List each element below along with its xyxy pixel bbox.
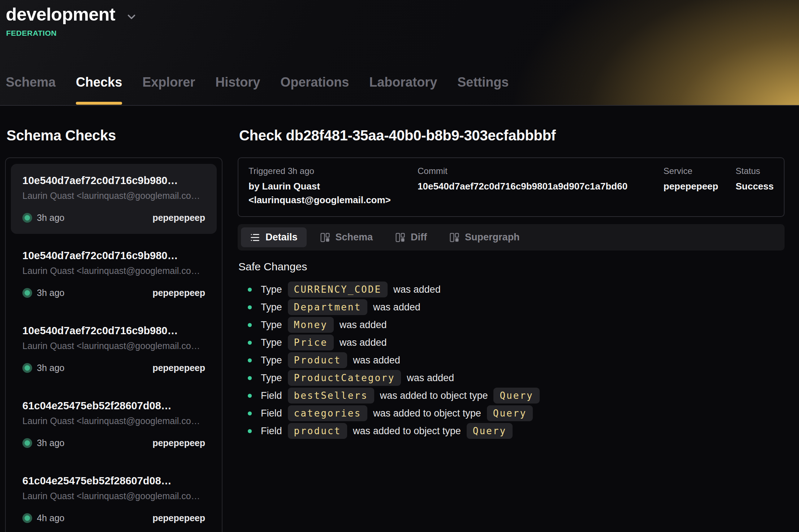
change-action: was added	[340, 337, 387, 348]
meta-status: Status Success	[735, 166, 774, 193]
check-service: pepepepeep	[152, 363, 205, 373]
project-type-badge: FEDERATION	[6, 29, 799, 38]
status-dot-icon	[22, 288, 32, 298]
tab-settings[interactable]: Settings	[457, 75, 509, 106]
check-author: Laurin Quast <laurinquast@googlemail.co…	[22, 266, 205, 276]
code-chip: CURRENCY_CODE	[288, 282, 388, 297]
tab-history[interactable]: History	[215, 75, 260, 106]
bullet-icon	[248, 305, 252, 309]
tab-schema[interactable]: Schema	[6, 75, 56, 106]
status-dot-icon	[22, 363, 32, 373]
check-author: Laurin Quast <laurinquast@googlemail.co…	[22, 341, 205, 351]
project-title-row: development	[0, 0, 799, 25]
change-action: was added to object type	[373, 408, 481, 419]
check-id: 61c04e25475eb52f28607d08…	[22, 400, 205, 412]
change-row: TypeCURRENCY_CODEwas added	[248, 282, 785, 297]
check-list-item[interactable]: 10e540d7aef72c0d716c9b980…Laurin Quast <…	[11, 239, 217, 309]
code-chip: Query	[487, 405, 533, 421]
meta-triggered-author: by Laurin Quast	[249, 180, 400, 193]
change-row: Fieldcategorieswas added to object typeQ…	[248, 405, 785, 421]
meta-commit-label: Commit	[418, 166, 646, 176]
check-meta-box: Triggered 3h ago by Laurin Quast <laurin…	[238, 157, 785, 217]
code-chip: Money	[288, 317, 334, 333]
tab-explorer[interactable]: Explorer	[142, 75, 195, 106]
check-view-tabs: DetailsSchemaDiffSupergraph	[238, 224, 785, 250]
change-action: was added	[340, 319, 387, 331]
check-service: pepepepeep	[152, 513, 205, 523]
code-chip: bestSellers	[288, 388, 374, 404]
meta-triggered-label: Triggered 3h ago	[249, 166, 400, 176]
bullet-icon	[248, 376, 252, 380]
tab-checks[interactable]: Checks	[76, 75, 122, 106]
tab-operations[interactable]: Operations	[280, 75, 349, 106]
columns-icon	[395, 232, 405, 243]
check-author: Laurin Quast <laurinquast@googlemail.co…	[22, 191, 205, 201]
change-row: Fieldproductwas added to object typeQuer…	[248, 423, 785, 439]
meta-triggered: Triggered 3h ago by Laurin Quast <laurin…	[249, 166, 400, 207]
tab-laboratory[interactable]: Laboratory	[369, 75, 437, 106]
view-tab-details[interactable]: Details	[241, 227, 307, 247]
header: development FEDERATION SchemaChecksExplo…	[0, 0, 799, 106]
bullet-icon	[248, 358, 252, 362]
check-when: 4h ago	[22, 513, 64, 523]
check-time: 3h ago	[37, 363, 64, 373]
change-action: was added	[373, 302, 420, 313]
check-list-item[interactable]: 10e540d7aef72c0d716c9b980…Laurin Quast <…	[11, 314, 217, 384]
check-item-footer: 3h agopepepepeep	[22, 363, 205, 373]
view-tab-schema[interactable]: Schema	[311, 227, 382, 247]
check-detail-panel: Check db28f481-35aa-40b0-b8b9-303ecfabbb…	[238, 106, 785, 439]
code-chip: Price	[288, 335, 334, 350]
check-list-item[interactable]: 10e540d7aef72c0d716c9b980…Laurin Quast <…	[11, 164, 217, 234]
columns-icon	[449, 232, 459, 243]
code-chip: Product	[288, 352, 347, 368]
bullet-icon	[248, 411, 252, 415]
bullet-icon	[248, 394, 252, 398]
check-time: 4h ago	[37, 513, 64, 523]
meta-triggered-email: <laurinquast@googlemail.com>	[249, 193, 400, 207]
project-name: development	[6, 4, 115, 25]
status-dot-icon	[22, 513, 32, 523]
content: Schema Checks 10e540d7aef72c0d716c9b980……	[0, 106, 799, 532]
checks-sidebar: Schema Checks 10e540d7aef72c0d716c9b980……	[5, 106, 223, 532]
code-chip: Query	[467, 423, 513, 439]
schema-checks-title: Schema Checks	[7, 127, 223, 144]
check-author: Laurin Quast <laurinquast@googlemail.co…	[22, 416, 205, 426]
check-item-footer: 4h agopepepepeep	[22, 513, 205, 523]
check-item-footer: 3h agopepepepeep	[22, 213, 205, 223]
check-when: 3h ago	[22, 438, 64, 448]
check-time: 3h ago	[37, 213, 64, 223]
list-icon	[250, 232, 260, 243]
check-when: 3h ago	[22, 213, 64, 223]
change-row: TypeProductwas added	[248, 352, 785, 368]
bullet-icon	[248, 323, 252, 327]
check-author: Laurin Quast <laurinquast@googlemail.co…	[22, 491, 205, 501]
status-dot-icon	[22, 213, 32, 223]
check-when: 3h ago	[22, 288, 64, 298]
change-kind: Type	[261, 372, 282, 384]
bullet-icon	[248, 341, 252, 345]
check-service: pepepepeep	[152, 438, 205, 448]
view-tab-diff[interactable]: Diff	[386, 227, 436, 247]
changes-list: TypeCURRENCY_CODEwas addedTypeDepartment…	[238, 282, 785, 439]
status-dot-icon	[22, 438, 32, 448]
check-item-footer: 3h agopepepepeep	[22, 438, 205, 448]
bullet-icon	[248, 429, 252, 433]
meta-commit-value: 10e540d7aef72c0d716c9b9801a9d907c1a7bd60	[418, 180, 646, 193]
check-service: pepepepeep	[152, 288, 205, 298]
check-list-item[interactable]: 61c04e25475eb52f28607d08…Laurin Quast <l…	[11, 464, 217, 532]
view-tab-supergraph[interactable]: Supergraph	[440, 227, 529, 247]
columns-icon	[320, 232, 330, 243]
check-item-footer: 3h agopepepepeep	[22, 288, 205, 298]
check-time: 3h ago	[37, 438, 64, 448]
change-kind: Field	[261, 426, 282, 437]
chevron-down-icon[interactable]	[125, 10, 138, 23]
code-chip: ProductCategory	[288, 370, 401, 386]
change-row: FieldbestSellerswas added to object type…	[248, 388, 785, 404]
check-list-item[interactable]: 61c04e25475eb52f28607d08…Laurin Quast <l…	[11, 389, 217, 459]
meta-status-value: Success	[735, 180, 774, 193]
checks-list: 10e540d7aef72c0d716c9b980…Laurin Quast <…	[5, 157, 223, 532]
check-title: Check db28f481-35aa-40b0-b8b9-303ecfabbb…	[239, 127, 785, 144]
change-kind: Type	[261, 284, 282, 295]
check-id: 61c04e25475eb52f28607d08…	[22, 475, 205, 487]
check-when: 3h ago	[22, 363, 64, 373]
